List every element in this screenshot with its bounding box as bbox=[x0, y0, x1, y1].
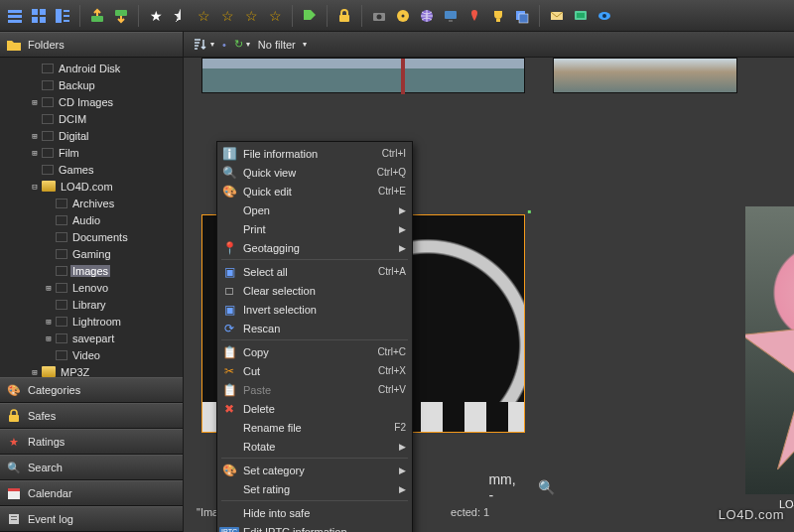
camera-icon[interactable] bbox=[368, 5, 390, 27]
rating-star-5-icon[interactable]: ☆ bbox=[240, 5, 262, 27]
thumb-city[interactable] bbox=[553, 58, 737, 93]
tree-item[interactable]: Audio bbox=[0, 211, 183, 228]
panel-search[interactable]: 🔍 Search bbox=[0, 455, 183, 480]
svg-point-15 bbox=[377, 14, 382, 19]
menu-item[interactable]: IPTCEdit IPTC information bbox=[217, 522, 412, 532]
lock-icon[interactable] bbox=[333, 5, 355, 27]
panel-eventlog[interactable]: Event log bbox=[0, 506, 183, 532]
menu-item[interactable]: Rotate▶ bbox=[217, 437, 412, 456]
tree-item[interactable]: ⊞CD Images bbox=[0, 93, 183, 110]
svg-rect-33 bbox=[11, 516, 17, 517]
tag-icon[interactable] bbox=[299, 5, 321, 27]
export-icon[interactable] bbox=[110, 5, 132, 27]
rating-star-6-icon[interactable]: ☆ bbox=[264, 5, 286, 27]
filter-dropdown[interactable]: No filter▾ bbox=[258, 39, 307, 51]
stack-icon[interactable] bbox=[511, 5, 533, 27]
menu-item[interactable]: Open▶ bbox=[217, 200, 412, 219]
monitor-icon[interactable] bbox=[440, 5, 462, 27]
view-details-icon[interactable] bbox=[52, 5, 73, 27]
globe-icon[interactable] bbox=[416, 5, 438, 27]
envelope-icon[interactable] bbox=[546, 5, 568, 27]
menu-item[interactable]: 📋CopyCtrl+C bbox=[217, 342, 412, 361]
menu-item[interactable]: ▣Select allCtrl+A bbox=[217, 262, 412, 281]
panel-ratings[interactable]: ★ Ratings bbox=[0, 429, 183, 455]
menu-item[interactable]: Print▶ bbox=[217, 219, 412, 238]
screen-icon[interactable] bbox=[570, 5, 592, 27]
menu-item[interactable]: ▣Invert selection bbox=[217, 300, 412, 319]
import-icon[interactable] bbox=[86, 5, 108, 27]
menu-item[interactable]: Rename fileF2 bbox=[217, 418, 412, 437]
tree-item[interactable]: DCIM bbox=[0, 110, 183, 127]
trophy-icon[interactable] bbox=[487, 5, 509, 27]
panel-categories[interactable]: 🎨 Categories bbox=[0, 377, 183, 403]
svg-rect-13 bbox=[339, 15, 349, 22]
svg-rect-1 bbox=[8, 15, 22, 18]
tree-item[interactable]: Library bbox=[0, 296, 183, 313]
calendar-icon bbox=[6, 485, 22, 501]
pin-icon[interactable] bbox=[463, 5, 485, 27]
sort-button[interactable]: ▾ bbox=[192, 37, 214, 53]
panel-safes[interactable]: Safes bbox=[0, 403, 183, 429]
panel-ratings-label: Ratings bbox=[28, 436, 65, 448]
view-list-icon[interactable] bbox=[4, 5, 26, 27]
thumb-starfish[interactable]: 2 bbox=[745, 206, 794, 494]
panel-categories-label: Categories bbox=[28, 384, 80, 396]
context-menu[interactable]: ℹ️File informationCtrl+I🔍Quick viewCtrl+… bbox=[216, 141, 413, 532]
svg-rect-8 bbox=[64, 10, 69, 12]
menu-item[interactable]: ✂CutCtrl+X bbox=[217, 361, 412, 380]
menu-item[interactable]: ⟳Rescan bbox=[217, 319, 412, 337]
tree-item[interactable]: ⊞Film bbox=[0, 144, 183, 161]
tree-item[interactable]: Images bbox=[0, 262, 183, 279]
tree-item[interactable]: Documents bbox=[0, 228, 183, 245]
tree-item[interactable]: ⊞Lightroom bbox=[0, 313, 183, 330]
menu-item[interactable]: 🔍Quick viewCtrl+Q bbox=[217, 163, 412, 182]
info-zoom-icon[interactable]: 🔍 bbox=[537, 478, 555, 496]
tree-item[interactable]: ⊞Lenovo bbox=[0, 279, 183, 296]
svg-rect-31 bbox=[8, 488, 20, 491]
panel-safes-label: Safes bbox=[28, 410, 56, 422]
disc-icon[interactable] bbox=[392, 5, 414, 27]
menu-item: 📋PasteCtrl+V bbox=[217, 380, 412, 399]
tree-item[interactable]: Backup bbox=[0, 76, 183, 93]
svg-rect-29 bbox=[9, 415, 19, 422]
filter-bar: ▾ • ↻▾ No filter▾ bbox=[184, 32, 794, 58]
rating-star-2-icon[interactable]: ⯨ bbox=[169, 5, 191, 27]
folder-tree[interactable]: Android DiskBackup⊞CD ImagesDCIM⊞Digital… bbox=[0, 58, 183, 377]
tree-item[interactable]: ⊞MP3Z bbox=[0, 363, 183, 377]
svg-rect-34 bbox=[11, 519, 17, 520]
svg-rect-11 bbox=[91, 16, 103, 22]
menu-item[interactable]: Set rating▶ bbox=[217, 479, 412, 498]
panel-calendar-label: Calendar bbox=[28, 487, 72, 499]
tree-item[interactable]: Archives bbox=[0, 195, 183, 211]
menu-item[interactable]: Hide into safe bbox=[217, 503, 412, 522]
menu-item[interactable]: 📍Geotagging▶ bbox=[217, 238, 412, 257]
menu-item[interactable]: 🎨Set category▶ bbox=[217, 461, 412, 479]
svg-rect-3 bbox=[32, 9, 38, 15]
eye-icon[interactable] bbox=[594, 5, 615, 27]
tree-item[interactable]: Games bbox=[0, 161, 183, 178]
tree-item[interactable]: ⊟LO4D.com bbox=[0, 178, 183, 195]
tree-item[interactable]: ⊞Digital bbox=[0, 127, 183, 144]
panel-calendar[interactable]: Calendar bbox=[0, 480, 183, 506]
refresh-button[interactable]: ↻▾ bbox=[234, 38, 250, 51]
svg-rect-0 bbox=[8, 10, 22, 13]
view-thumbs-icon[interactable] bbox=[28, 5, 50, 27]
panel-folders[interactable]: Folders bbox=[0, 32, 183, 58]
rating-star-4-icon[interactable]: ☆ bbox=[216, 5, 238, 27]
thumb-bridge[interactable] bbox=[201, 58, 525, 93]
svg-point-17 bbox=[402, 14, 405, 17]
tree-item[interactable]: Video bbox=[0, 346, 183, 363]
tree-item[interactable]: Gaming bbox=[0, 245, 183, 262]
menu-item[interactable]: ✖Delete bbox=[217, 399, 412, 418]
panel-folders-label: Folders bbox=[28, 39, 65, 51]
tree-item[interactable]: Android Disk bbox=[0, 60, 183, 76]
menu-item[interactable]: ℹ️File informationCtrl+I bbox=[217, 144, 412, 163]
svg-rect-4 bbox=[40, 9, 46, 15]
tree-item[interactable]: ⊞savepart bbox=[0, 330, 183, 346]
badge-green-icon: ▪ bbox=[527, 204, 539, 216]
menu-item[interactable]: 🎨Quick editCtrl+E bbox=[217, 182, 412, 200]
svg-rect-19 bbox=[445, 11, 457, 19]
rating-star-1-icon[interactable]: ★ bbox=[145, 5, 167, 27]
menu-item[interactable]: □Clear selection bbox=[217, 281, 412, 300]
rating-star-3-icon[interactable]: ☆ bbox=[193, 5, 214, 27]
